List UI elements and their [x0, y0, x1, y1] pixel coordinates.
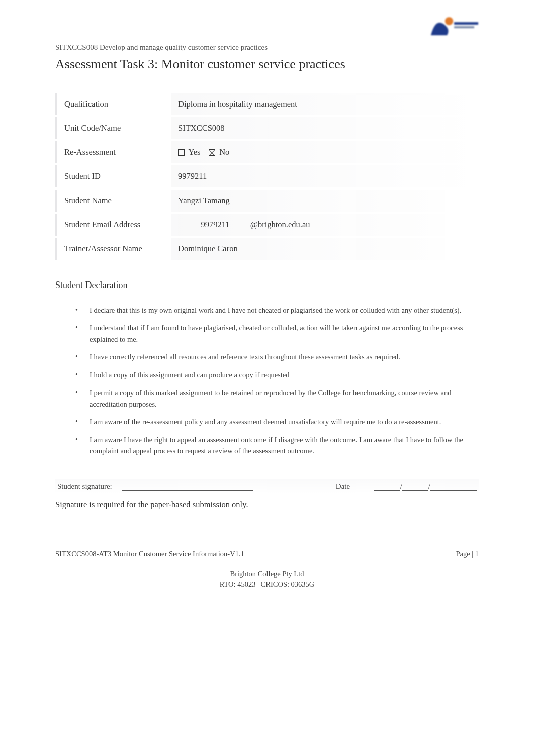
- row-qualification: Qualification Diploma in hospitality man…: [55, 93, 479, 115]
- signature-note: Signature is required for the paper-base…: [55, 500, 479, 510]
- page-title: Assessment Task 3: Monitor customer serv…: [55, 57, 479, 72]
- value-email: 9979211 @brighton.edu.au: [171, 214, 479, 236]
- label-reassessment: Re-Assessment: [55, 141, 171, 163]
- declaration-item: I declare that this is my own original w…: [75, 305, 479, 316]
- row-trainer: Trainer/Assessor Name Dominique Caron: [55, 238, 479, 260]
- date-field[interactable]: //: [374, 482, 477, 491]
- label-trainer: Trainer/Assessor Name: [55, 238, 171, 260]
- org-footer: Brighton College Pty Ltd RTO: 45023 | CR…: [55, 569, 479, 591]
- row-studentname: Student Name Yangzi Tamang: [55, 190, 479, 212]
- label-qualification: Qualification: [55, 93, 171, 115]
- declaration-item: I understand that if I am found to have …: [75, 322, 479, 345]
- checkbox-yes-icon: [178, 149, 185, 156]
- page-number: Page | 1: [456, 550, 479, 558]
- declaration-item: I have correctly referenced all resource…: [75, 351, 479, 362]
- svg-point-0: [445, 17, 453, 25]
- declaration-heading: Student Declaration: [55, 280, 479, 291]
- course-code-line: SITXCCS008 Develop and manage quality cu…: [55, 25, 268, 52]
- doc-id: SITXCCS008-AT3 Monitor Customer Service …: [55, 550, 244, 558]
- brand-logo: [421, 11, 481, 42]
- signature-line[interactable]: [122, 482, 253, 491]
- declaration-item: I permit a copy of this marked assignmen…: [75, 387, 479, 410]
- declaration-list: I declare that this is my own original w…: [55, 305, 479, 457]
- label-unitcodename: Unit Code/Name: [55, 117, 171, 139]
- row-studentid: Student ID 9979211: [55, 165, 479, 187]
- value-reassessment: Yes No: [171, 141, 479, 163]
- label-studentid: Student ID: [55, 165, 171, 187]
- info-table: Qualification Diploma in hospitality man…: [55, 91, 479, 262]
- declaration-item: I hold a copy of this assignment and can…: [75, 369, 479, 381]
- reassess-yes-label: Yes: [189, 147, 201, 157]
- document-footer: SITXCCS008-AT3 Monitor Customer Service …: [55, 550, 479, 558]
- signature-label: Student signature:: [57, 482, 112, 491]
- email-domain: @brighton.edu.au: [250, 220, 310, 229]
- svg-rect-2: [454, 26, 474, 28]
- value-unitcodename: SITXCCS008: [171, 117, 479, 139]
- row-email: Student Email Address 9979211 @brighton.…: [55, 214, 479, 236]
- signature-row: Student signature: Date //: [55, 479, 479, 494]
- declaration-item: I am aware I have the right to appeal an…: [75, 434, 479, 457]
- org-codes: RTO: 45023 | CRICOS: 03635G: [55, 579, 479, 590]
- date-label: Date: [336, 482, 350, 491]
- checkbox-no-icon: [209, 149, 215, 156]
- svg-rect-1: [454, 22, 478, 25]
- label-email: Student Email Address: [55, 214, 171, 236]
- org-name: Brighton College Pty Ltd: [55, 569, 479, 580]
- value-qualification: Diploma in hospitality management: [171, 93, 479, 115]
- reassess-no-label: No: [219, 147, 229, 157]
- date-year[interactable]: [430, 482, 477, 491]
- row-unitcodename: Unit Code/Name SITXCCS008: [55, 117, 479, 139]
- value-studentname: Yangzi Tamang: [171, 190, 479, 212]
- declaration-item: I am aware of the re-assessment policy a…: [75, 416, 479, 427]
- date-month[interactable]: [402, 482, 428, 491]
- label-studentname: Student Name: [55, 190, 171, 212]
- row-reassessment: Re-Assessment Yes No: [55, 141, 479, 163]
- value-trainer: Dominique Caron: [171, 238, 479, 260]
- email-id: 9979211: [201, 220, 229, 229]
- value-studentid: 9979211: [171, 165, 479, 187]
- date-day[interactable]: [374, 482, 400, 491]
